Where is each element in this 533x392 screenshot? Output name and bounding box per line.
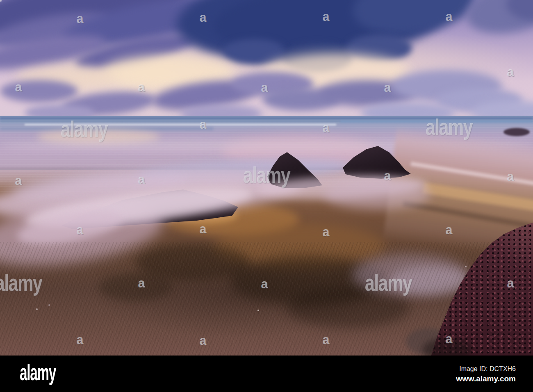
watermark-letter: a [138, 80, 145, 95]
watermark-letter: a [200, 10, 207, 25]
watermark-letter: a [200, 117, 207, 132]
watermark-letter: a [323, 332, 330, 347]
watermark-letter: a [384, 80, 391, 95]
watermark-letter: a [507, 276, 514, 291]
watermark-letter: a [446, 9, 453, 24]
watermark-letter: a [323, 9, 330, 24]
watermark-word: alamy [426, 114, 473, 140]
watermark-letter: a [15, 173, 22, 188]
watermark-letter: a [323, 120, 330, 135]
watermark-letter: a [261, 276, 268, 292]
watermark-letter: a [138, 276, 145, 291]
watermark-letter: a [384, 168, 391, 183]
image-id: Image ID: DCTXH6 [456, 365, 516, 374]
watermark-letter: a [507, 64, 514, 80]
beach-sunset-photo: aaaaaaaaaaaaaaaaaaaaaaaaaaalamyalamyalam… [0, 0, 533, 356]
watermark-letter: a [138, 172, 145, 187]
stock-photo-page: aaaaaaaaaaaaaaaaaaaaaaaaaaalamyalamyalam… [0, 0, 533, 392]
watermark-letter: a [15, 80, 22, 95]
watermark-letter: a [77, 332, 84, 347]
watermark-letter: a [446, 331, 453, 346]
watermark-letter: a [261, 80, 268, 95]
footer-bar: alamy Image ID: DCTXH6 www.alamy.com [0, 356, 533, 392]
footer-credits: Image ID: DCTXH6 www.alamy.com [456, 365, 516, 385]
watermark-letter: a [446, 222, 453, 237]
watermark-letter: a [77, 11, 84, 26]
watermark-letter: a [323, 224, 330, 239]
watermark-letter: a [507, 169, 514, 184]
watermark-letter: a [200, 221, 207, 237]
watermark-word: alamy [365, 270, 412, 296]
watermark-letter: a [200, 333, 207, 348]
site-url: www.alamy.com [456, 374, 516, 385]
watermark-layer: aaaaaaaaaaaaaaaaaaaaaaaaaaalamyalamyalam… [0, 0, 533, 356]
watermark-word: alamy [61, 116, 108, 142]
watermark-letter: a [77, 222, 84, 237]
watermark-word: alamy [0, 270, 42, 296]
alamy-logo: alamy [20, 360, 56, 385]
watermark-word: alamy [243, 162, 290, 188]
